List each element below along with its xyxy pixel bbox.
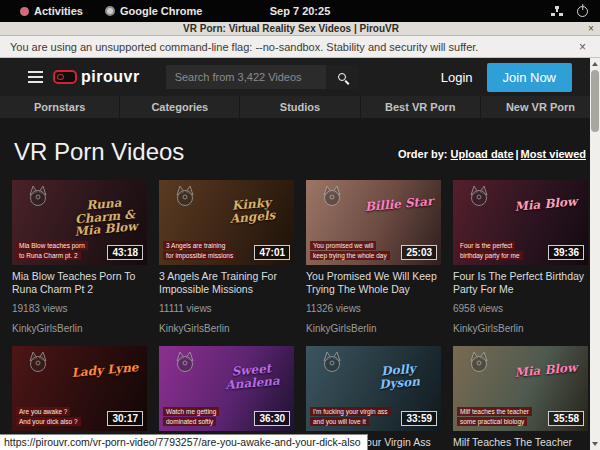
scroll-down-icon[interactable] — [590, 439, 600, 449]
search-icon — [338, 73, 346, 81]
thumbnail-caption: Milf teaches the teacher some practical … — [457, 407, 532, 426]
duration-badge: 47:01 — [254, 245, 290, 260]
order-by-most-viewed-link[interactable]: Most viewed — [521, 148, 586, 160]
thumbnail-overlay-title: Mia Blow — [508, 195, 585, 214]
thumbnail-overlay-title: Sweet Analena — [213, 361, 291, 393]
studio-watermark-cat-mask-icon — [467, 184, 491, 208]
infobar-close-icon[interactable]: × — [575, 40, 590, 54]
chrome-infobar: You are using an unsupported command-lin… — [0, 36, 600, 58]
video-card[interactable]: Runa Charm & Mia Blow Mia Blow teaches p… — [12, 180, 147, 334]
video-views: 11111 views — [159, 303, 294, 314]
join-now-button[interactable]: Join Now — [487, 63, 572, 92]
thumbnail-caption: I'm fucking your virgin ass and you will… — [310, 407, 391, 426]
site-logo-text: pirouvr — [81, 68, 140, 86]
browser-tab-bar: VR Porn: Virtual Reality Sex Videos | Pi… — [0, 22, 600, 36]
power-icon[interactable] — [577, 6, 588, 17]
studio-watermark-cat-mask-icon — [26, 350, 50, 374]
video-card[interactable]: Billie Star You promised we will keep tr… — [306, 180, 441, 334]
activities-label: Activities — [34, 5, 83, 17]
video-views: 19183 views — [12, 303, 147, 314]
search-button[interactable] — [326, 65, 358, 89]
duration-badge: 36:30 — [254, 411, 290, 426]
vr-goggles-icon — [53, 70, 77, 84]
video-thumbnail[interactable]: Lady Lyne Are you awake ? And your dick … — [12, 346, 147, 431]
site-logo[interactable]: pirouvr — [53, 68, 140, 86]
activities-button[interactable]: Activities — [12, 5, 91, 17]
site-header: pirouvr Login Join Now — [0, 58, 600, 96]
video-thumbnail[interactable]: Sweet Analena Watch me getting dominated… — [159, 346, 294, 431]
studio-watermark-cat-mask-icon — [467, 350, 491, 374]
nav-item-pornstars[interactable]: Pornstars — [0, 96, 120, 118]
duration-badge: 25:03 — [401, 245, 437, 260]
video-thumbnail[interactable]: Runa Charm & Mia Blow Mia Blow teaches p… — [12, 180, 147, 265]
page-scrollbar[interactable] — [590, 58, 600, 450]
search-input[interactable] — [166, 65, 326, 89]
thumbnail-caption: 3 Angels are training for impossible mis… — [163, 241, 236, 260]
video-studio-link[interactable]: KinkyGirlsBerlin — [453, 323, 588, 334]
page-title: VR Porn Videos — [14, 138, 184, 166]
nav-item-studios[interactable]: Studios — [240, 96, 360, 118]
video-studio-link[interactable]: KinkyGirlsBerlin — [12, 323, 147, 334]
tab-title[interactable]: VR Porn: Virtual Reality Sex Videos | Pi… — [0, 23, 582, 34]
scroll-up-icon[interactable] — [590, 59, 600, 69]
nav-item-new-vr[interactable]: New VR Porn — [481, 96, 600, 118]
focused-app-menu[interactable]: Google Chrome — [97, 5, 211, 17]
network-icon[interactable] — [551, 6, 563, 16]
video-thumbnail[interactable]: Kinky Angels 3 Angels are training for i… — [159, 180, 294, 265]
video-title-link[interactable]: Mia Blow Teaches Porn To Runa Charm Pt 2 — [12, 270, 147, 296]
search-bar — [166, 65, 358, 89]
video-grid: Runa Charm & Mia Blow Mia Blow teaches p… — [0, 166, 600, 450]
video-views: 6958 views — [453, 303, 588, 314]
video-title-link[interactable]: Four Is The Perfect Birthday Party For M… — [453, 270, 588, 296]
video-thumbnail[interactable]: Mia Blow Four is the perfect birthday pa… — [453, 180, 588, 265]
thumbnail-caption: You promised we will keep trying the who… — [310, 241, 390, 260]
thumbnail-caption: Four is the perfect birthday party for m… — [457, 241, 523, 260]
login-link[interactable]: Login — [441, 70, 473, 85]
chrome-icon — [105, 6, 115, 16]
studio-watermark-cat-mask-icon — [173, 184, 197, 208]
video-title-link[interactable]: Milf Teaches The Teacher Some Practical … — [453, 436, 588, 450]
thumbnail-overlay-title: Dolly Dyson — [360, 361, 438, 393]
video-thumbnail[interactable]: Mia Blow Milf teaches the teacher some p… — [453, 346, 588, 431]
studio-watermark-cat-mask-icon — [320, 184, 344, 208]
duration-badge: 43:18 — [107, 245, 143, 260]
nav-item-categories[interactable]: Categories — [120, 96, 240, 118]
scrollbar-thumb[interactable] — [591, 70, 599, 132]
duration-badge: 39:36 — [548, 245, 584, 260]
thumbnail-overlay-title: Mia Blow — [508, 361, 585, 380]
video-title-link[interactable]: 3 Angels Are Training For Impossible Mis… — [159, 270, 294, 296]
thumbnail-caption: Watch me getting dominated softly — [163, 407, 219, 426]
studio-watermark-cat-mask-icon — [173, 350, 197, 374]
system-top-bar: Activities Google Chrome Sep 7 20:25 — [0, 0, 600, 22]
order-by-label: Order by: — [398, 148, 448, 160]
video-studio-link[interactable]: KinkyGirlsBerlin — [159, 323, 294, 334]
menu-hamburger-icon[interactable] — [28, 71, 43, 83]
order-by-upload-date-link[interactable]: Upload date — [451, 148, 514, 160]
thumbnail-caption: Are you awake ? And your dick also ? — [16, 407, 81, 426]
video-card[interactable]: Mia Blow Four is the perfect birthday pa… — [453, 180, 588, 334]
duration-badge: 35:58 — [548, 411, 584, 426]
thumbnail-overlay-title: Lady Lyne — [67, 361, 144, 380]
video-title-link[interactable]: You Promised We Will Keep Trying The Who… — [306, 270, 441, 296]
thumbnail-overlay-title: Kinky Angels — [213, 195, 291, 227]
video-views: 11326 views — [306, 303, 441, 314]
order-by-controls: Order by: Upload date|Most viewed — [398, 148, 586, 166]
nav-item-best-vr[interactable]: Best VR Porn — [361, 96, 481, 118]
order-separator: | — [514, 148, 521, 160]
video-card[interactable]: Mia Blow Milf teaches the teacher some p… — [453, 346, 588, 450]
page-viewport: pirouvr Login Join Now Pornstars Categor… — [0, 58, 600, 450]
duration-badge: 30:17 — [107, 411, 143, 426]
main-nav: Pornstars Categories Studios Best VR Por… — [0, 96, 600, 118]
video-thumbnail[interactable]: Billie Star You promised we will keep tr… — [306, 180, 441, 265]
clock[interactable]: Sep 7 20:25 — [270, 5, 331, 17]
studio-watermark-cat-mask-icon — [26, 184, 50, 208]
studio-watermark-cat-mask-icon — [320, 350, 344, 374]
video-card[interactable]: Kinky Angels 3 Angels are training for i… — [159, 180, 294, 334]
video-thumbnail[interactable]: Dolly Dyson I'm fucking your virgin ass … — [306, 346, 441, 431]
thumbnail-caption: Mia Blow teaches porn to Runa Charm pt. … — [16, 241, 88, 260]
video-studio-link[interactable]: KinkyGirlsBerlin — [306, 323, 441, 334]
thumbnail-overlay-title: Billie Star — [361, 195, 438, 214]
status-url-bubble: https://pirouvr.com/vr-porn-video/779325… — [0, 434, 368, 450]
duration-badge: 33:59 — [401, 411, 437, 426]
tab-close-icon[interactable]: × — [582, 23, 600, 34]
